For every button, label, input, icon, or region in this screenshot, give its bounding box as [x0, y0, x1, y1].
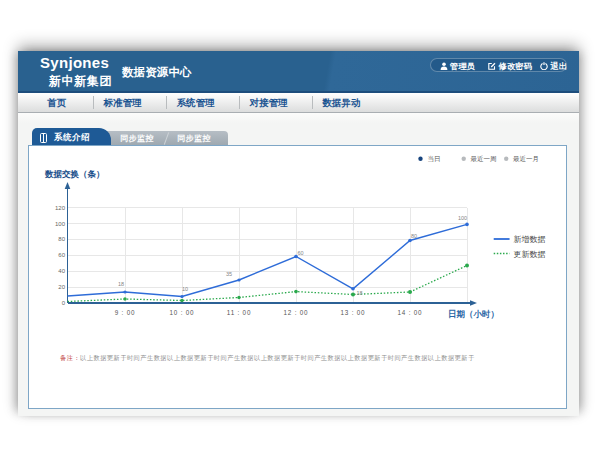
svg-text:12 : 00: 12 : 00 [284, 309, 309, 316]
svg-text:当日: 当日 [428, 155, 441, 162]
svg-text:更新数据: 更新数据 [514, 250, 546, 259]
svg-text:18: 18 [357, 290, 363, 296]
svg-text:60: 60 [298, 250, 304, 256]
svg-text:100: 100 [458, 215, 467, 221]
svg-text:14 : 00: 14 : 00 [398, 309, 423, 316]
svg-text:数据交换（条）: 数据交换（条） [44, 169, 105, 179]
svg-text:100: 100 [55, 221, 66, 227]
svg-text:最近一月: 最近一月 [513, 155, 539, 163]
svg-text:11 : 00: 11 : 00 [227, 309, 251, 316]
svg-text:60: 60 [58, 252, 65, 258]
svg-text:40: 40 [58, 268, 65, 274]
svg-text:13 : 00: 13 : 00 [341, 309, 366, 316]
svg-text:日期（小时）: 日期（小时） [448, 309, 499, 319]
svg-text:18: 18 [118, 281, 124, 287]
svg-text:80: 80 [411, 233, 417, 239]
svg-text:80: 80 [58, 236, 65, 242]
svg-text:9 : 00: 9 : 00 [115, 309, 136, 316]
svg-text:0: 0 [62, 300, 66, 306]
svg-text:20: 20 [58, 284, 65, 290]
svg-text:新增数据: 新增数据 [514, 235, 546, 244]
svg-text:35: 35 [226, 271, 232, 277]
svg-text:120: 120 [55, 205, 66, 211]
svg-text:10: 10 [182, 286, 188, 292]
svg-text:最近一周: 最近一周 [471, 155, 497, 162]
svg-text:10 : 00: 10 : 00 [170, 309, 195, 316]
